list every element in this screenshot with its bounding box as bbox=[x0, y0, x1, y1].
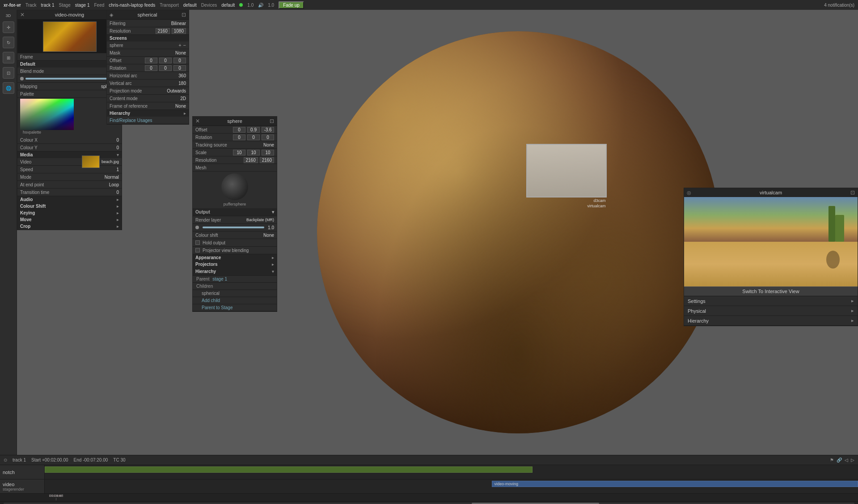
content-mode-label: Content mode bbox=[110, 96, 178, 101]
opacity-slider[interactable] bbox=[25, 78, 111, 80]
sphere2-expand-icon[interactable]: ⊡ bbox=[270, 118, 274, 124]
sphere-rot-x[interactable]: 0 bbox=[145, 65, 157, 71]
sphere2-rotation-label: Rotation bbox=[195, 135, 231, 140]
sphere-mask-value[interactable]: None bbox=[175, 50, 186, 55]
sphere2-close-icon[interactable]: ✕ bbox=[195, 118, 200, 124]
colour-shift-section[interactable]: Colour Shift ▸ bbox=[17, 203, 122, 210]
screen-name[interactable]: sphere bbox=[110, 43, 177, 48]
devices-label: Devices bbox=[201, 3, 217, 8]
sphere-rotation-row: Rotation 0 0 0 bbox=[107, 64, 189, 72]
render-layer-slider[interactable] bbox=[203, 227, 264, 228]
sphere2-panel: ✕ sphere ⊡ Offset 0 0.9 -3.6 Rotation 0 … bbox=[192, 116, 277, 312]
sphere2-hierarchy-section[interactable]: Hierarchy ▾ bbox=[193, 268, 277, 276]
sphere2-rot-x[interactable]: 0 bbox=[233, 134, 245, 140]
vcam-settings-item[interactable]: Settings ▸ bbox=[684, 296, 858, 306]
appearance-section[interactable]: Appearance ▸ bbox=[193, 254, 277, 261]
crop-section[interactable]: Crop ▸ bbox=[17, 223, 122, 230]
transition-value[interactable]: 0 bbox=[116, 190, 119, 195]
sphere-off-z[interactable]: 0 bbox=[173, 58, 186, 63]
transport-name[interactable]: default bbox=[183, 3, 197, 8]
video-label: Video bbox=[20, 160, 80, 164]
timeline-tc: TC 30 bbox=[113, 458, 125, 462]
notifications[interactable]: 4 notification(s) bbox=[824, 3, 854, 8]
proj-mode-value[interactable]: Outwards bbox=[167, 88, 186, 93]
proj-blend-checkbox[interactable] bbox=[195, 248, 200, 252]
sphere2-rot-z[interactable]: 0 bbox=[262, 134, 274, 140]
sphere2-off-z[interactable]: -3.6 bbox=[262, 127, 274, 133]
feed-name[interactable]: chris-nash-laptop feeds bbox=[109, 3, 155, 8]
vcam-preview-area[interactable] bbox=[684, 197, 858, 286]
screens-section[interactable]: Screens bbox=[107, 35, 189, 42]
colour-shift-value[interactable]: None bbox=[263, 233, 274, 238]
at-end-value[interactable]: Loop bbox=[109, 182, 119, 187]
sphere-panel-expand[interactable]: ⊡ bbox=[182, 12, 186, 18]
zoom-bar[interactable] bbox=[0, 502, 858, 504]
coloury-value[interactable]: 0 bbox=[116, 145, 119, 150]
mode-value[interactable]: Normal bbox=[105, 175, 119, 180]
sphere2-res-h[interactable]: 2160 bbox=[260, 157, 274, 163]
panel-close-icon[interactable]: ✕ bbox=[20, 12, 25, 18]
switch-interactive-view-button[interactable]: Switch To Interactive View bbox=[684, 286, 858, 296]
remove-screen-btn[interactable]: − bbox=[183, 42, 186, 48]
parent-to-stage-btn[interactable]: Parent to Stage bbox=[202, 305, 233, 310]
sphere2-header: ✕ sphere ⊡ bbox=[193, 117, 277, 126]
video-track-content[interactable]: video-moving bbox=[45, 479, 858, 493]
harc-value[interactable]: 360 bbox=[178, 73, 186, 78]
add-child-row[interactable]: Add child bbox=[193, 297, 277, 304]
video-moving-block[interactable]: video-moving bbox=[492, 481, 858, 487]
sphere-panel-icon: ◈ bbox=[110, 12, 113, 18]
media-section[interactable]: Media ▾ bbox=[17, 151, 122, 158]
add-child-btn[interactable]: Add child bbox=[202, 298, 220, 303]
children-value: spherical bbox=[202, 291, 220, 296]
varc-value[interactable]: 180 bbox=[178, 81, 186, 86]
sphere2-off-y[interactable]: 0.9 bbox=[247, 127, 260, 133]
sphere-res-h[interactable]: 1080 bbox=[172, 28, 186, 34]
devices-name[interactable]: default bbox=[221, 3, 235, 8]
stage-name[interactable]: stage 1 bbox=[75, 3, 90, 8]
frame-ref-value[interactable]: None bbox=[175, 104, 186, 109]
filtering-value[interactable]: Bilinear bbox=[171, 21, 186, 26]
sphere-off-y[interactable]: 0 bbox=[159, 58, 172, 63]
sphere-rot-y[interactable]: 0 bbox=[159, 65, 172, 71]
sphere-hierarchy-section[interactable]: Hierarchy ▸ bbox=[107, 110, 189, 117]
sphere-off-x[interactable]: 0 bbox=[145, 58, 157, 63]
sphere2-rot-y[interactable]: 0 bbox=[247, 134, 260, 140]
sphere-res-w[interactable]: 2160 bbox=[156, 28, 170, 34]
sphere2-res-w[interactable]: 2160 bbox=[244, 157, 258, 163]
sphere2-off-x[interactable]: 0 bbox=[233, 127, 245, 133]
add-screen-btn[interactable]: + bbox=[178, 42, 181, 48]
globe-tool-button[interactable]: 🌐 bbox=[3, 82, 14, 94]
notch-track-content[interactable] bbox=[45, 465, 858, 479]
notch-track-block[interactable] bbox=[45, 466, 533, 473]
parent-to-stage-row[interactable]: Parent to Stage bbox=[193, 304, 277, 311]
move-section[interactable]: Move ▸ bbox=[17, 216, 122, 223]
sphere-rot-z[interactable]: 0 bbox=[173, 65, 186, 71]
content-mode-value[interactable]: 2D bbox=[180, 96, 186, 101]
vcam-hierarchy-item[interactable]: Hierarchy ▸ bbox=[684, 316, 858, 326]
speed-value[interactable]: 1 bbox=[116, 167, 119, 172]
projectors-section[interactable]: Projectors ▸ bbox=[193, 261, 277, 268]
sphere2-scale-x[interactable]: 10 bbox=[233, 150, 245, 155]
select-tool-button[interactable]: ⊡ bbox=[3, 67, 14, 79]
output-section-header[interactable]: Output ▾ bbox=[193, 208, 277, 216]
scale-tool-button[interactable]: ⊞ bbox=[3, 52, 14, 63]
tracking-value[interactable]: None bbox=[263, 143, 274, 147]
timeline-nav-icons: ⚑ 🔗 ◁ ▷ bbox=[830, 458, 854, 462]
timeline-arrow-right[interactable]: ▷ bbox=[851, 458, 854, 462]
keying-section[interactable]: Keying ▸ bbox=[17, 210, 122, 216]
vcam-expand-icon[interactable]: ⊡ bbox=[850, 189, 855, 196]
vcam-physical-item[interactable]: Physical ▸ bbox=[684, 306, 858, 316]
track-name[interactable]: track 1 bbox=[41, 3, 55, 8]
render-layer-value[interactable]: Backplate (MR) bbox=[246, 218, 274, 222]
find-replace-row[interactable]: Find/Replace Usages bbox=[107, 117, 189, 124]
find-replace-btn[interactable]: Find/Replace Usages bbox=[110, 118, 186, 123]
sphere2-scale-y[interactable]: 10 bbox=[247, 150, 260, 155]
fade-up-button[interactable]: Fade up bbox=[279, 1, 304, 9]
rotate-tool-button[interactable]: ↻ bbox=[3, 37, 14, 48]
audio-section[interactable]: Audio ▸ bbox=[17, 196, 122, 203]
hold-output-checkbox[interactable] bbox=[195, 240, 200, 245]
colourx-value[interactable]: 0 bbox=[116, 138, 119, 143]
sphere2-scale-z[interactable]: 10 bbox=[262, 150, 274, 155]
move-tool-button[interactable]: ✛ bbox=[3, 21, 14, 33]
timeline-arrow-left[interactable]: ◁ bbox=[845, 458, 848, 462]
